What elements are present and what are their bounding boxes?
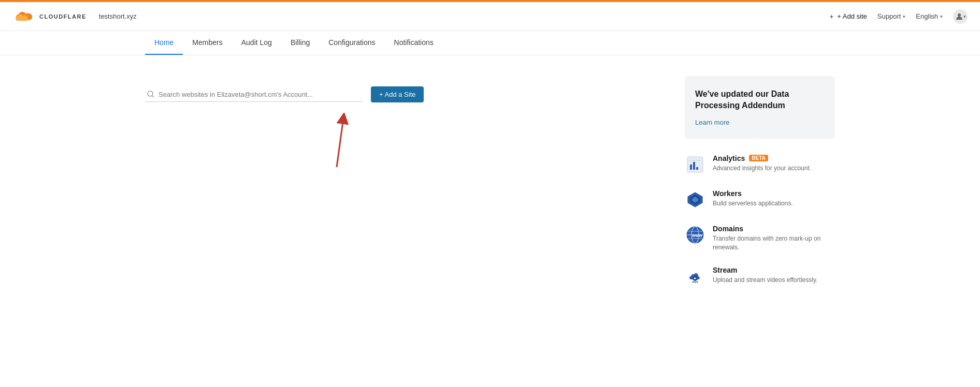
dpa-title: We've updated our Data Processing Addend… [695,88,825,112]
workers-name: Workers [713,189,742,198]
support-chevron-icon: ▾ [903,14,905,19]
search-wrapper [145,87,363,102]
analytics-icon [685,154,705,175]
feature-stream[interactable]: Stream Upload and stream videos effortle… [685,259,835,294]
workers-text: Workers Build serverless applications. [713,189,793,208]
header-add-site-link[interactable]: ＋ + Add site [828,12,867,21]
support-menu[interactable]: Support ▾ [877,12,906,20]
main-content: + Add a Site We've updated our Data Proc… [0,55,980,315]
nav-billing[interactable]: Billing [281,31,319,55]
support-label: Support [877,12,901,20]
learn-more-link[interactable]: Learn more [695,118,729,126]
stream-desc: Upload and stream videos effortlessly. [713,276,817,285]
feature-analytics[interactable]: Analytics Beta Advanced insights for you… [685,147,835,182]
add-site-button[interactable]: + Add a Site [371,86,424,102]
arrow-container [321,108,352,170]
nav-audit-log[interactable]: Audit Log [232,31,281,55]
nav-notifications[interactable]: Notifications [385,31,443,55]
nav-members[interactable]: Members [183,31,232,55]
stream-icon [685,266,705,287]
svg-rect-8 [696,167,698,170]
right-panel: We've updated our Data Processing Addend… [685,76,835,294]
left-panel: + Add a Site [145,76,664,170]
plus-icon: ＋ [828,12,835,21]
header: CLOUDFLARE testshort.xyz ＋ + Add site Su… [0,2,980,31]
nav-home[interactable]: Home [145,31,183,55]
cloudflare-logo[interactable]: CLOUDFLARE [12,9,87,24]
search-input[interactable] [158,91,361,98]
svg-text:WWW: WWW [692,234,702,237]
language-chevron-icon: ▾ [940,14,943,19]
red-arrow-icon [324,113,350,170]
analytics-name: Analytics [713,154,745,162]
account-name: testshort.xyz [99,12,137,20]
stream-text: Stream Upload and stream videos effortle… [713,266,817,285]
search-icon [147,91,154,98]
svg-line-2 [152,96,154,97]
logo-text: CLOUDFLARE [39,13,87,20]
analytics-desc: Advanced insights for your account. [713,164,811,173]
language-label: English [916,12,938,20]
user-chevron-icon: ▾ [963,14,966,19]
user-avatar-icon [955,12,963,21]
workers-icon [685,189,705,210]
svg-point-0 [958,13,961,17]
svg-point-22 [695,281,696,283]
svg-rect-6 [690,165,692,170]
user-menu-button[interactable]: ▾ [953,9,968,24]
svg-point-23 [697,281,698,283]
search-row: + Add a Site [145,86,664,102]
svg-point-1 [148,91,153,96]
domains-icon: WWW [685,225,705,245]
workers-desc: Build serverless applications. [713,199,793,208]
stream-name: Stream [713,266,737,274]
analytics-text: Analytics Beta Advanced insights for you… [713,154,811,173]
domains-desc: Transfer domains with zero mark-up on re… [713,234,835,252]
main-nav: Home Members Audit Log Billing Configura… [0,31,980,55]
svg-point-21 [693,281,694,283]
domains-text: Domains Transfer domains with zero mark-… [713,225,835,252]
analytics-beta-badge: Beta [749,155,768,161]
language-menu[interactable]: English ▾ [916,12,943,20]
dpa-card: We've updated our Data Processing Addend… [685,76,835,139]
feature-domains[interactable]: WWW Domains Transfer domains with zero m… [685,217,835,259]
nav-configurations[interactable]: Configurations [319,31,384,55]
header-right: ＋ + Add site Support ▾ English ▾ ▾ [828,9,968,24]
feature-workers[interactable]: Workers Build serverless applications. [685,182,835,217]
cloudflare-logo-icon [12,9,35,24]
svg-rect-7 [693,162,695,170]
svg-line-4 [337,118,343,167]
domains-name: Domains [713,225,743,233]
feature-list: Analytics Beta Advanced insights for you… [685,147,835,294]
